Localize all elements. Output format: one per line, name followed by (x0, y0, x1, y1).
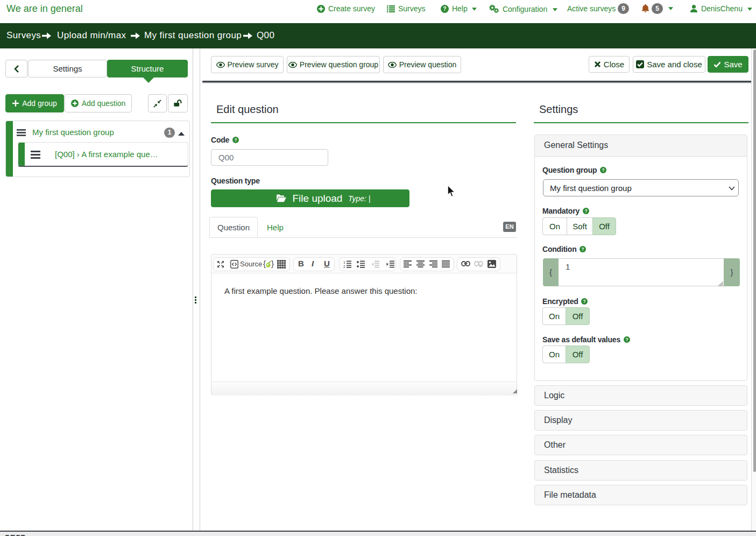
svg-text:?: ? (443, 6, 446, 12)
svg-text:?: ? (625, 337, 628, 342)
svg-text:?: ? (602, 168, 605, 173)
svg-text:?: ? (582, 247, 584, 252)
svg-text:?: ? (583, 299, 586, 304)
svg-text:?: ? (584, 209, 587, 214)
svg-text:?: ? (234, 138, 237, 143)
svg-text:1: 1 (343, 260, 345, 264)
svg-text:2: 2 (343, 265, 345, 268)
